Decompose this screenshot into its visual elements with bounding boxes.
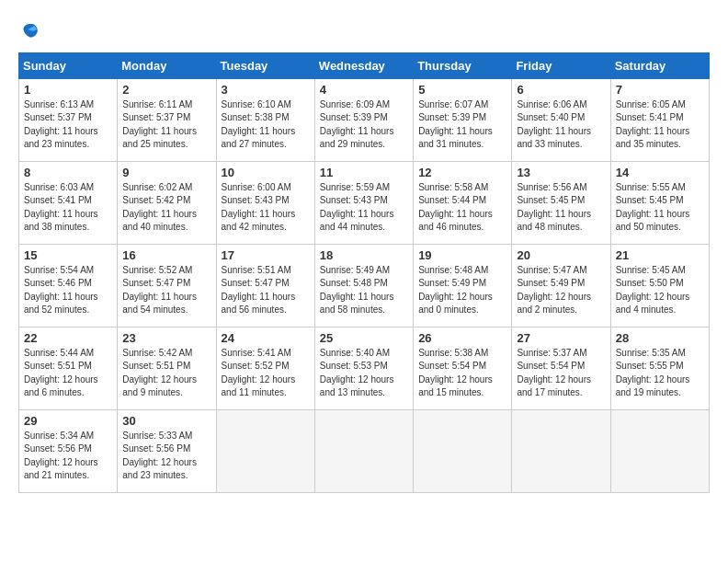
calendar-header-row: Sunday Monday Tuesday Wednesday Thursday…	[19, 52, 710, 78]
day-number: 13	[517, 166, 605, 179]
calendar-day-cell: 20 Sunrise: 5:47 AMSunset: 5:49 PMDaylig…	[512, 244, 610, 327]
day-info: Sunrise: 5:42 AMSunset: 5:51 PMDaylight:…	[122, 347, 210, 400]
day-number: 20	[517, 248, 605, 262]
calendar-day-cell: 22 Sunrise: 5:44 AMSunset: 5:51 PMDaylig…	[19, 327, 118, 409]
day-info: Sunrise: 5:45 AMSunset: 5:50 PMDaylight:…	[616, 264, 704, 317]
calendar-day-cell: 19 Sunrise: 5:48 AMSunset: 5:49 PMDaylig…	[414, 244, 512, 327]
day-info: Sunrise: 5:58 AMSunset: 5:44 PMDaylight:…	[418, 181, 506, 235]
calendar-day-cell: 25 Sunrise: 5:40 AMSunset: 5:53 PMDaylig…	[314, 327, 413, 409]
calendar-day-cell	[216, 409, 314, 492]
day-info: Sunrise: 5:44 AMSunset: 5:51 PMDaylight:…	[24, 347, 112, 400]
day-info: Sunrise: 5:48 AMSunset: 5:49 PMDaylight:…	[418, 264, 506, 317]
calendar-day-cell: 3 Sunrise: 6:10 AMSunset: 5:38 PMDayligh…	[216, 78, 314, 161]
calendar-day-cell: 23 Sunrise: 5:42 AMSunset: 5:51 PMDaylig…	[118, 327, 216, 409]
calendar-day-cell	[512, 409, 610, 492]
calendar-week-row: 22 Sunrise: 5:44 AMSunset: 5:51 PMDaylig…	[19, 327, 710, 409]
calendar-day-cell: 29 Sunrise: 5:34 AMSunset: 5:56 PMDaylig…	[19, 409, 118, 492]
header-sunday: Sunday	[19, 52, 118, 78]
day-info: Sunrise: 6:00 AMSunset: 5:43 PMDaylight:…	[222, 181, 310, 235]
day-info: Sunrise: 6:09 AMSunset: 5:39 PMDaylight:…	[320, 98, 408, 152]
day-number: 6	[517, 83, 605, 97]
calendar-day-cell: 26 Sunrise: 5:38 AMSunset: 5:54 PMDaylig…	[414, 327, 512, 409]
day-number: 2	[122, 83, 210, 97]
calendar-day-cell	[610, 409, 709, 492]
calendar-day-cell: 24 Sunrise: 5:41 AMSunset: 5:52 PMDaylig…	[216, 327, 314, 409]
calendar-day-cell	[314, 409, 413, 492]
day-number: 4	[320, 83, 408, 97]
header-saturday: Saturday	[610, 52, 709, 78]
day-number: 23	[122, 331, 210, 345]
calendar-day-cell: 9 Sunrise: 6:02 AMSunset: 5:42 PMDayligh…	[118, 161, 216, 244]
day-number: 7	[616, 83, 704, 97]
page-header	[18, 18, 710, 45]
calendar-day-cell: 16 Sunrise: 5:52 AMSunset: 5:47 PMDaylig…	[118, 244, 216, 327]
day-info: Sunrise: 5:37 AMSunset: 5:54 PMDaylight:…	[517, 347, 605, 400]
calendar-day-cell: 5 Sunrise: 6:07 AMSunset: 5:39 PMDayligh…	[414, 78, 512, 161]
calendar-day-cell: 28 Sunrise: 5:35 AMSunset: 5:55 PMDaylig…	[610, 327, 709, 409]
calendar-day-cell: 10 Sunrise: 6:00 AMSunset: 5:43 PMDaylig…	[216, 161, 314, 244]
day-number: 24	[222, 331, 310, 345]
day-info: Sunrise: 5:33 AMSunset: 5:56 PMDaylight:…	[122, 430, 210, 483]
day-number: 9	[122, 166, 210, 179]
header-thursday: Thursday	[414, 52, 512, 78]
day-info: Sunrise: 5:47 AMSunset: 5:49 PMDaylight:…	[517, 264, 605, 317]
calendar-day-cell: 7 Sunrise: 6:05 AMSunset: 5:41 PMDayligh…	[610, 78, 709, 161]
calendar-day-cell: 18 Sunrise: 5:49 AMSunset: 5:48 PMDaylig…	[314, 244, 413, 327]
day-info: Sunrise: 5:55 AMSunset: 5:45 PMDaylight:…	[616, 181, 704, 235]
day-info: Sunrise: 5:52 AMSunset: 5:47 PMDaylight:…	[122, 264, 210, 317]
day-info: Sunrise: 6:02 AMSunset: 5:42 PMDaylight:…	[122, 181, 210, 235]
calendar-day-cell: 21 Sunrise: 5:45 AMSunset: 5:50 PMDaylig…	[610, 244, 709, 327]
day-info: Sunrise: 6:10 AMSunset: 5:38 PMDaylight:…	[222, 98, 310, 152]
day-info: Sunrise: 5:34 AMSunset: 5:56 PMDaylight:…	[24, 430, 112, 483]
header-monday: Monday	[118, 52, 216, 78]
day-number: 26	[418, 331, 506, 345]
calendar-day-cell: 15 Sunrise: 5:54 AMSunset: 5:46 PMDaylig…	[19, 244, 118, 327]
day-number: 1	[24, 83, 112, 97]
day-number: 29	[24, 414, 112, 428]
calendar-day-cell: 2 Sunrise: 6:11 AMSunset: 5:37 PMDayligh…	[118, 78, 216, 161]
day-info: Sunrise: 6:11 AMSunset: 5:37 PMDaylight:…	[122, 98, 210, 152]
day-info: Sunrise: 5:41 AMSunset: 5:52 PMDaylight:…	[222, 347, 310, 400]
day-number: 19	[418, 248, 506, 262]
calendar-week-row: 1 Sunrise: 6:13 AMSunset: 5:37 PMDayligh…	[19, 78, 710, 161]
day-number: 17	[222, 248, 310, 262]
day-info: Sunrise: 5:56 AMSunset: 5:45 PMDaylight:…	[517, 181, 605, 235]
day-number: 18	[320, 248, 408, 262]
calendar-week-row: 29 Sunrise: 5:34 AMSunset: 5:56 PMDaylig…	[19, 409, 710, 492]
day-number: 8	[24, 166, 112, 179]
calendar-day-cell: 11 Sunrise: 5:59 AMSunset: 5:43 PMDaylig…	[314, 161, 413, 244]
day-info: Sunrise: 5:40 AMSunset: 5:53 PMDaylight:…	[320, 347, 408, 400]
calendar-day-cell: 4 Sunrise: 6:09 AMSunset: 5:39 PMDayligh…	[314, 78, 413, 161]
day-info: Sunrise: 5:54 AMSunset: 5:46 PMDaylight:…	[24, 264, 112, 317]
calendar-day-cell: 30 Sunrise: 5:33 AMSunset: 5:56 PMDaylig…	[118, 409, 216, 492]
calendar-day-cell: 13 Sunrise: 5:56 AMSunset: 5:45 PMDaylig…	[512, 161, 610, 244]
day-info: Sunrise: 6:13 AMSunset: 5:37 PMDaylight:…	[24, 98, 112, 152]
header-tuesday: Tuesday	[216, 52, 314, 78]
day-info: Sunrise: 5:38 AMSunset: 5:54 PMDaylight:…	[418, 347, 506, 400]
calendar-day-cell: 12 Sunrise: 5:58 AMSunset: 5:44 PMDaylig…	[414, 161, 512, 244]
day-number: 22	[24, 331, 112, 345]
calendar-week-row: 8 Sunrise: 6:03 AMSunset: 5:41 PMDayligh…	[19, 161, 710, 244]
day-info: Sunrise: 5:51 AMSunset: 5:47 PMDaylight:…	[222, 264, 310, 317]
day-number: 15	[24, 248, 112, 262]
calendar-day-cell: 1 Sunrise: 6:13 AMSunset: 5:37 PMDayligh…	[19, 78, 118, 161]
calendar-day-cell: 14 Sunrise: 5:55 AMSunset: 5:45 PMDaylig…	[610, 161, 709, 244]
day-number: 30	[122, 414, 210, 428]
day-info: Sunrise: 6:07 AMSunset: 5:39 PMDaylight:…	[418, 98, 506, 152]
day-number: 27	[517, 331, 605, 345]
day-info: Sunrise: 5:49 AMSunset: 5:48 PMDaylight:…	[320, 264, 408, 317]
day-info: Sunrise: 6:05 AMSunset: 5:41 PMDaylight:…	[616, 98, 704, 152]
day-number: 5	[418, 83, 506, 97]
day-number: 21	[616, 248, 704, 262]
day-number: 10	[222, 166, 310, 179]
day-info: Sunrise: 6:03 AMSunset: 5:41 PMDaylight:…	[24, 181, 112, 235]
header-wednesday: Wednesday	[314, 52, 413, 78]
day-number: 12	[418, 166, 506, 179]
day-number: 3	[222, 83, 310, 97]
calendar-day-cell: 8 Sunrise: 6:03 AMSunset: 5:41 PMDayligh…	[19, 161, 118, 244]
logo	[18, 22, 39, 45]
calendar-day-cell: 17 Sunrise: 5:51 AMSunset: 5:47 PMDaylig…	[216, 244, 314, 327]
day-number: 25	[320, 331, 408, 345]
day-info: Sunrise: 5:59 AMSunset: 5:43 PMDaylight:…	[320, 181, 408, 235]
header-friday: Friday	[512, 52, 610, 78]
